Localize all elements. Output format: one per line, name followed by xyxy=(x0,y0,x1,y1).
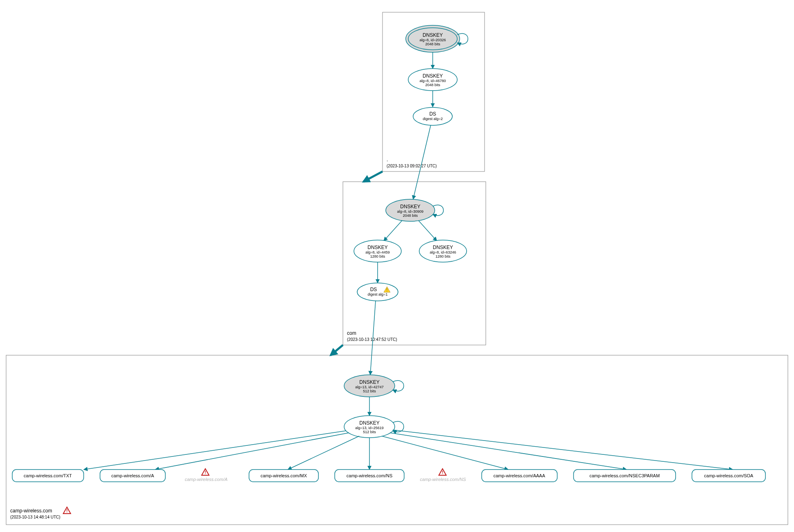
svg-text:alg=8, id=30909: alg=8, id=30909 xyxy=(397,209,424,214)
svg-text:camp-wireless.com/SOA: camp-wireless.com/SOA xyxy=(704,473,754,478)
node-root-ksk: DNSKEY alg=8, id=20326 2048 bits xyxy=(406,25,460,52)
edge-cw-a xyxy=(155,433,349,470)
svg-text:DNSKEY: DNSKEY xyxy=(359,420,379,426)
svg-text:camp-wireless.com/MX: camp-wireless.com/MX xyxy=(260,473,307,478)
node-cw-zsk: DNSKEY alg=13, id=25619 512 bits xyxy=(344,416,395,438)
svg-text:2048 bits: 2048 bits xyxy=(403,214,418,218)
svg-text:camp-wireless.com/NSEC3PARAM: camp-wireless.com/NSEC3PARAM xyxy=(589,473,660,478)
svg-text:DNSKEY: DNSKEY xyxy=(423,73,443,79)
svg-text:alg=13, id=42747: alg=13, id=42747 xyxy=(355,385,384,389)
rr-ns: camp-wireless.com/NS xyxy=(335,470,404,482)
svg-text:!: ! xyxy=(66,508,68,513)
svg-text:alg=13, id=25619: alg=13, id=25619 xyxy=(355,426,384,430)
rr-txt: camp-wireless.com/TXT xyxy=(12,470,84,482)
svg-text:512 bits: 512 bits xyxy=(363,430,376,434)
svg-text:1280 bits: 1280 bits xyxy=(370,254,385,258)
edge-com-ksk-zsk2 xyxy=(418,220,437,241)
node-com-ksk: DNSKEY alg=8, id=30909 2048 bits xyxy=(386,199,435,221)
rr-ns-ghost: ! camp-wireless.com/NS xyxy=(420,469,466,482)
dnssec-auth-graph: . (2023-10-13 09:02:27 UTC) DNSKEY alg=8… xyxy=(0,0,794,532)
svg-text:alg=8, id=63246: alg=8, id=63246 xyxy=(430,250,456,254)
svg-text:camp-wireless.com/NS: camp-wireless.com/NS xyxy=(347,473,392,478)
svg-text:2048 bits: 2048 bits xyxy=(425,83,440,87)
svg-text:DNSKEY: DNSKEY xyxy=(423,32,443,38)
svg-text:digest alg=1: digest alg=1 xyxy=(368,292,388,296)
node-cw-ksk: DNSKEY alg=13, id=42747 512 bits xyxy=(344,375,395,397)
svg-point-24 xyxy=(357,283,398,301)
svg-text:alg=8, id=20326: alg=8, id=20326 xyxy=(420,38,446,42)
node-root-zsk: DNSKEY alg=8, id=46780 2048 bits xyxy=(408,69,457,91)
svg-text:camp-wireless.com/TXT: camp-wireless.com/TXT xyxy=(24,473,72,478)
svg-text:DNSKEY: DNSKEY xyxy=(367,245,387,250)
svg-text:camp-wireless.com/A: camp-wireless.com/A xyxy=(185,477,228,482)
node-root-ds: DS digest alg=2 xyxy=(413,107,452,125)
rr-a-ghost: ! camp-wireless.com/A xyxy=(185,469,228,482)
rr-a: camp-wireless.com/A xyxy=(100,470,165,482)
rr-aaaa: camp-wireless.com/AAAA xyxy=(482,470,557,482)
node-com-zsk1: DNSKEY alg=8, id=4459 1280 bits xyxy=(354,240,401,262)
svg-text:DNSKEY: DNSKEY xyxy=(359,379,379,385)
edge-deleg-root-com xyxy=(363,171,383,182)
svg-text:camp-wireless.com/NS: camp-wireless.com/NS xyxy=(420,477,466,482)
edge-cw-n3p xyxy=(390,433,627,470)
svg-text:alg=8, id=46780: alg=8, id=46780 xyxy=(420,79,446,83)
zone-cw-ts: (2023-10-13 14:48:14 UTC) xyxy=(10,515,60,519)
edge-com-ksk-zsk1 xyxy=(384,220,402,241)
edge-cw-soa xyxy=(393,430,733,470)
svg-text:DNSKEY: DNSKEY xyxy=(433,245,453,250)
svg-text:1280 bits: 1280 bits xyxy=(436,254,451,258)
zone-com-name: com xyxy=(347,330,356,336)
zone-root-name: . xyxy=(387,157,388,162)
svg-text:!: ! xyxy=(387,288,388,292)
zone-com-ts: (2023-10-13 10:47:52 UTC) xyxy=(347,337,397,342)
svg-text:camp-wireless.com/AAAA: camp-wireless.com/AAAA xyxy=(494,473,545,478)
svg-text:!: ! xyxy=(205,470,206,475)
zone-cw-name: camp-wireless.com xyxy=(10,508,52,514)
svg-text:DNSKEY: DNSKEY xyxy=(400,204,420,209)
error-icon: ! xyxy=(439,469,446,475)
zone-root-ts: (2023-10-13 09:02:27 UTC) xyxy=(387,164,437,168)
node-com-ds: DS digest alg=1 ! xyxy=(357,283,398,301)
svg-text:camp-wireless.com/A: camp-wireless.com/A xyxy=(111,473,154,478)
svg-text:DS: DS xyxy=(370,287,377,292)
edge-cw-mx xyxy=(288,436,359,470)
svg-text:digest alg=2: digest alg=2 xyxy=(423,117,443,121)
svg-text:alg=8, id=4459: alg=8, id=4459 xyxy=(365,250,390,254)
svg-text:!: ! xyxy=(442,470,443,475)
edge-root-ds-com-ksk xyxy=(413,125,431,199)
rr-mx: camp-wireless.com/MX xyxy=(249,470,318,482)
svg-text:DS: DS xyxy=(429,111,436,117)
svg-text:512 bits: 512 bits xyxy=(363,389,376,393)
node-com-zsk2: DNSKEY alg=8, id=63246 1280 bits xyxy=(419,240,467,262)
rr-soa: camp-wireless.com/SOA xyxy=(692,470,765,482)
edge-cw-txt xyxy=(84,431,346,470)
rr-nsec3param: camp-wireless.com/NSEC3PARAM xyxy=(574,470,676,482)
error-icon: ! xyxy=(63,507,71,514)
edge-deleg-com-cw xyxy=(331,345,343,355)
error-icon: ! xyxy=(202,469,209,475)
svg-text:2048 bits: 2048 bits xyxy=(425,42,440,46)
